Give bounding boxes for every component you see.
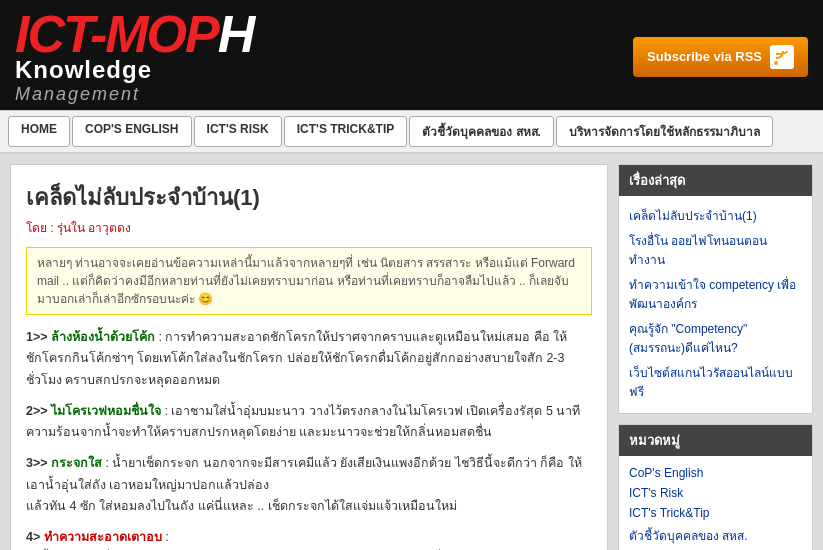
section-1: 1>> ล้างห้องน้ำด้วยโค้ก : การทำความสะอาด… xyxy=(26,327,592,391)
recent-link-2[interactable]: โรงอื่โน ออยไฟโทนอนตอนทำงาน xyxy=(629,229,802,271)
sidebar: เรื่องล่าสุด เคล็ดไม่ลับประจำบ้าน(1) โรง… xyxy=(618,164,813,550)
logo-ict-text: ICT-MOP xyxy=(15,5,218,63)
logo-h: H xyxy=(218,5,254,63)
recent-link-4[interactable]: คุณรู้จัก "Competency"(สมรรถนะ)ดีแค่ไหน? xyxy=(629,317,802,359)
author-line: โดย : รุ่นใน อาวุตดง xyxy=(26,218,592,237)
navbar: HOME COP'S ENGLISH ICT'S RISK ICT'S TRIC… xyxy=(0,110,823,154)
rss-subscribe-button[interactable]: Subscribe via RSS xyxy=(633,37,808,77)
nav-icts-trick[interactable]: ICT'S TRICK&TIP xyxy=(284,116,408,147)
logo-management: Management xyxy=(15,84,253,105)
recent-link-1[interactable]: เคล็ดไม่ลับประจำบ้าน(1) xyxy=(629,204,802,227)
section-2-heading: ไมโครเวฟหอมชื่นใจ xyxy=(51,404,161,418)
logo-area: ICT-MOPH Knowledge Management xyxy=(15,8,253,105)
logo-knowledge: Knowledge xyxy=(15,56,253,84)
section-3-heading: กระจกใส xyxy=(51,456,102,470)
section-4-num: 4> xyxy=(26,530,40,544)
intro-box: หลายๆ ท่านอาจจะเคยอ่านข้อความเหล่านี้มาแ… xyxy=(26,247,592,315)
recent-title: เรื่องล่าสุด xyxy=(619,165,812,196)
content-body: 1>> ล้างห้องน้ำด้วยโค้ก : การทำความสะอาด… xyxy=(26,327,592,550)
content-area: เคล็ดไม่ลับประจำบ้าน(1) โดย : รุ่นใน อาว… xyxy=(10,164,608,550)
category-links: CoP's English ICT's Risk ICT's Trick&Tip… xyxy=(619,456,812,550)
nav-cops-english[interactable]: COP'S ENGLISH xyxy=(72,116,192,147)
cat-link-2[interactable]: ICT's Risk xyxy=(629,484,802,502)
section-4-heading: ทำความสะอาดเตาอบ xyxy=(44,530,162,544)
category-title: หมวดหมู่ xyxy=(619,425,812,456)
nav-indicator[interactable]: ตัวชี้วัดบุคคลของ สหส. xyxy=(409,116,554,147)
section-1-num: 1>> xyxy=(26,330,48,344)
recent-links: เคล็ดไม่ลับประจำบ้าน(1) โรงอื่โน ออยไฟโท… xyxy=(619,196,812,413)
section-2: 2>> ไมโครเวฟหอมชื่นใจ : เอาชามใส่น้ำอุ่ม… xyxy=(26,401,592,444)
cat-link-4[interactable]: ตัวชี้วัดบุคคลของ สหส. xyxy=(629,524,802,547)
nav-home[interactable]: HOME xyxy=(8,116,70,147)
header: ICT-MOPH Knowledge Management Subscribe … xyxy=(0,0,823,110)
recent-box: เรื่องล่าสุด เคล็ดไม่ลับประจำบ้าน(1) โรง… xyxy=(618,164,813,414)
section-1-heading: ล้างห้องน้ำด้วยโค้ก xyxy=(51,330,155,344)
nav-admin[interactable]: บริหารจัดการโดยใช้หลักธรรมาภิบาล xyxy=(556,116,773,147)
rss-label: Subscribe via RSS xyxy=(647,49,762,64)
svg-point-0 xyxy=(774,61,778,65)
section-2-num: 2>> xyxy=(26,404,48,418)
category-box: หมวดหมู่ CoP's English ICT's Risk ICT's … xyxy=(618,424,813,550)
recent-link-3[interactable]: ทำความเข้าใจ competency เพื่อพัฒนาองค์กร xyxy=(629,273,802,315)
section-3: 3>> กระจกใส : น้ำยาเช็ดกระจก นอกจากจะมีส… xyxy=(26,453,592,517)
nav-icts-risk[interactable]: ICT'S RISK xyxy=(194,116,282,147)
page-title: เคล็ดไม่ลับประจำบ้าน(1) xyxy=(26,180,592,215)
cat-link-3[interactable]: ICT's Trick&Tip xyxy=(629,504,802,522)
cat-link-1[interactable]: CoP's English xyxy=(629,464,802,482)
rss-icon xyxy=(770,45,794,69)
section-3-text: : น้ำยาเช็ดกระจก นอกจากจะมีสารเคมีแล้ว ย… xyxy=(26,456,582,513)
section-4: 4> ทำความสะอาดเตาอบ : 1. ตั้งเตาอบไว้ที่… xyxy=(26,527,592,550)
recent-link-5[interactable]: เว็บไซต์สแกนไวรัสออนไลน์แบบฟรี xyxy=(629,361,802,403)
section-3-num: 3>> xyxy=(26,456,48,470)
logo-ict: ICT-MOPH xyxy=(15,8,253,60)
main-wrapper: เคล็ดไม่ลับประจำบ้าน(1) โดย : รุ่นใน อาว… xyxy=(0,154,823,550)
